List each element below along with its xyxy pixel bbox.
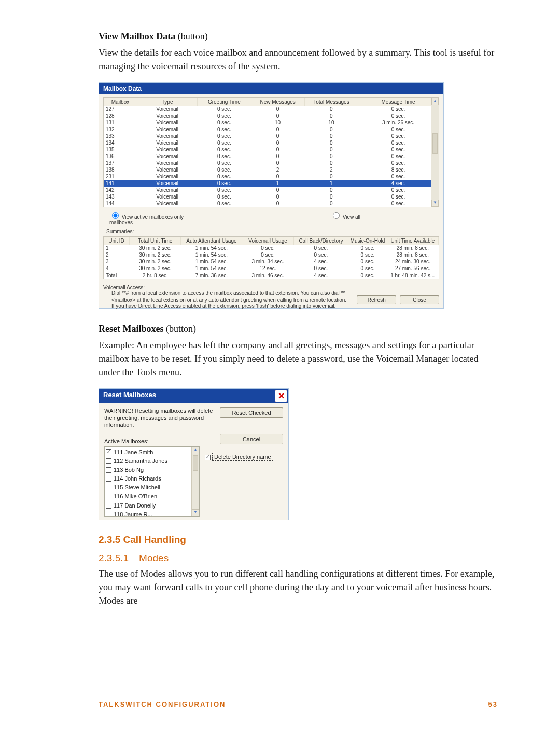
- sum-col-aa[interactable]: Auto Attendant Usage: [181, 237, 242, 245]
- cell: 0: [251, 126, 304, 133]
- cell: 10: [251, 119, 304, 126]
- col-new-messages[interactable]: New Messages: [251, 98, 304, 106]
- cell: Total: [104, 272, 130, 279]
- table-row[interactable]: 127Voicemail0 sec.000 sec.: [104, 106, 439, 112]
- table-row[interactable]: 143Voicemail0 sec.000 sec.: [104, 193, 439, 200]
- table-row[interactable]: 142Voicemail0 sec.000 sec.: [104, 187, 439, 193]
- cell: 0: [304, 146, 358, 153]
- reset-list-scrollbar[interactable]: ▲ ▼: [191, 447, 199, 516]
- mailbox-checkbox[interactable]: [106, 485, 111, 490]
- cancel-button[interactable]: Cancel: [220, 434, 283, 444]
- mailbox-checkbox[interactable]: [106, 449, 111, 455]
- mailbox-list-label: 112 Samantha Jones: [114, 457, 167, 466]
- cell: 2 hr. 8 sec.: [130, 272, 181, 279]
- list-item[interactable]: 118 Jaume R...: [106, 510, 198, 517]
- list-item[interactable]: 112 Samantha Jones: [106, 457, 198, 466]
- col-greeting-time[interactable]: Greeting Time: [198, 98, 251, 106]
- reset-mailboxes-panel: Reset Mailboxes ✕ WARNING! Resetting mai…: [99, 388, 289, 520]
- table-row[interactable]: 430 min. 2 sec.1 min. 54 sec.12 sec.0 se…: [104, 265, 439, 272]
- mailbox-checkbox[interactable]: [106, 458, 111, 464]
- cell: Voicemail: [137, 106, 198, 112]
- view-mailbox-heading-paren: (button): [175, 31, 208, 41]
- mailbox-checkbox[interactable]: [106, 467, 111, 473]
- footer-page-number: 53: [488, 700, 498, 708]
- table-row[interactable]: 144Voicemail0 sec.000 sec.: [104, 200, 439, 207]
- table-row[interactable]: 131Voicemail0 sec.10103 min. 26 sec.: [104, 119, 439, 126]
- table-row[interactable]: 141Voicemail0 sec.114 sec.: [104, 180, 439, 187]
- cell: 30 min. 2 sec.: [130, 245, 181, 251]
- cell: 1 min. 54 sec.: [181, 251, 242, 258]
- table-row[interactable]: 128Voicemail0 sec.000 sec.: [104, 112, 439, 119]
- cell: 0: [251, 139, 304, 146]
- radio-view-active[interactable]: [112, 212, 119, 219]
- radio-view-all[interactable]: [333, 212, 340, 219]
- scroll-down-icon[interactable]: ▼: [431, 200, 439, 207]
- table-row[interactable]: 138Voicemail0 sec.228 sec.: [104, 166, 439, 173]
- col-total-messages[interactable]: Total Messages: [304, 98, 358, 106]
- cell: 0 sec.: [198, 133, 251, 139]
- cell: 0: [251, 112, 304, 119]
- cell: 3 min. 46 sec.: [242, 272, 293, 279]
- list-item[interactable]: 114 John Richards: [106, 474, 198, 483]
- cell: 0: [251, 133, 304, 139]
- mailbox-list-label: 115 Steve Mitchell: [114, 483, 160, 492]
- table-row[interactable]: 230 min. 2 sec.1 min. 54 sec.0 sec.0 sec…: [104, 251, 439, 258]
- mailbox-data-panel: Mailbox Data Mailbox Type Greeting Time …: [99, 82, 444, 309]
- sum-col-unit[interactable]: Unit ID: [104, 237, 130, 245]
- delete-directory-label[interactable]: Delete Directory name: [212, 453, 273, 461]
- refresh-button[interactable]: Refresh: [357, 295, 396, 304]
- table-row[interactable]: 136Voicemail0 sec.000 sec.: [104, 153, 439, 160]
- table-row[interactable]: 137Voicemail0 sec.000 sec.: [104, 160, 439, 166]
- col-type[interactable]: Type: [137, 98, 198, 106]
- cell: 0: [251, 200, 304, 207]
- scroll-up-icon[interactable]: ▲: [431, 98, 439, 105]
- active-mailboxes-label: Active Mailboxes:: [104, 438, 149, 444]
- close-button[interactable]: Close: [400, 295, 439, 304]
- col-mailbox[interactable]: Mailbox: [104, 98, 137, 106]
- close-icon[interactable]: ✕: [275, 390, 287, 402]
- list-item[interactable]: 113 Bob Ng: [106, 466, 198, 474]
- scroll-up-icon[interactable]: ▲: [192, 447, 199, 454]
- cell: 0 sec.: [198, 126, 251, 133]
- mailbox-panel-title: Mailbox Data: [99, 83, 443, 94]
- mailbox-checkbox[interactable]: [106, 512, 111, 517]
- voicemail-access-line3: If you have Direct Line Access enabled a…: [111, 303, 439, 310]
- cell: 0 sec.: [198, 160, 251, 166]
- reset-checked-button[interactable]: Reset Checked: [220, 407, 283, 418]
- active-mailboxes-list[interactable]: 111 Jane Smith112 Samantha Jones113 Bob …: [104, 446, 200, 517]
- mailbox-checkbox[interactable]: [106, 503, 111, 509]
- mailbox-checkbox[interactable]: [106, 494, 111, 499]
- cell: Voicemail: [137, 166, 198, 173]
- list-item[interactable]: 115 Steve Mitchell: [106, 483, 198, 492]
- table-row[interactable]: 330 min. 2 sec.1 min. 54 sec.3 min. 34 s…: [104, 258, 439, 265]
- cell: 28 min. 8 sec.: [387, 251, 438, 258]
- sum-col-cb[interactable]: Call Back/Directory: [293, 237, 348, 245]
- cell: 0 sec.: [198, 180, 251, 187]
- cell: 1 min. 54 sec.: [181, 258, 242, 265]
- col-message-time[interactable]: Message Time: [358, 98, 439, 106]
- delete-directory-checkbox[interactable]: [205, 455, 211, 460]
- table-row[interactable]: 231Voicemail0 sec.000 sec.: [104, 173, 439, 180]
- cell: Voicemail: [137, 200, 198, 207]
- cell: 143: [104, 193, 137, 200]
- list-item[interactable]: 116 Mike O'Brien: [106, 492, 198, 501]
- cell: 0: [304, 112, 358, 119]
- sum-col-moh[interactable]: Music-On-Hold: [348, 237, 387, 245]
- scroll-thumb[interactable]: [193, 455, 198, 471]
- cell: 0 sec.: [348, 272, 387, 279]
- table-row[interactable]: 133Voicemail0 sec.000 sec.: [104, 133, 439, 139]
- list-item[interactable]: 117 Dan Donelly: [106, 501, 198, 510]
- sum-col-vm[interactable]: Voicemail Usage: [242, 237, 293, 245]
- scroll-thumb[interactable]: [432, 133, 438, 154]
- scroll-down-icon[interactable]: ▼: [192, 509, 199, 516]
- table-row[interactable]: 134Voicemail0 sec.000 sec.: [104, 139, 439, 146]
- mailbox-scrollbar[interactable]: ▲ ▼: [431, 98, 439, 207]
- table-row[interactable]: 132Voicemail0 sec.000 sec.: [104, 126, 439, 133]
- sum-col-total-time[interactable]: Total Unit Time: [130, 237, 181, 245]
- table-row[interactable]: 135Voicemail0 sec.000 sec.: [104, 146, 439, 153]
- list-item[interactable]: 111 Jane Smith: [106, 448, 198, 457]
- mailbox-checkbox[interactable]: [106, 476, 111, 482]
- table-row[interactable]: 130 min. 2 sec.1 min. 54 sec.0 sec.0 sec…: [104, 245, 439, 251]
- cell: 0 sec.: [198, 166, 251, 173]
- sum-col-avail[interactable]: Unit Time Available: [387, 237, 438, 245]
